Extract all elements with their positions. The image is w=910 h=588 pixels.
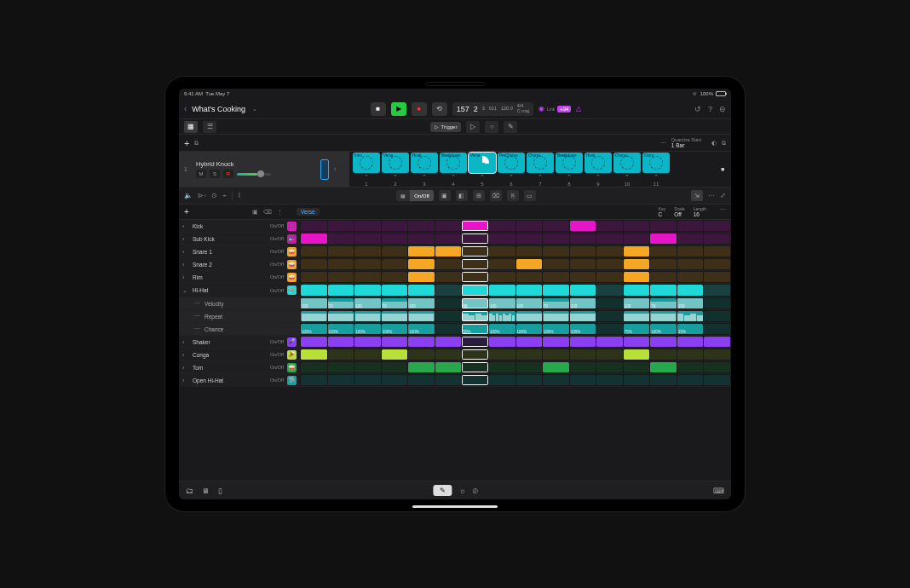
step-cell[interactable] — [462, 311, 488, 321]
row-instrument-icon[interactable]: 🎤 — [287, 337, 297, 347]
step-cell[interactable]: 70 — [382, 298, 408, 308]
step-cell[interactable] — [570, 246, 596, 257]
step-cell[interactable] — [382, 272, 408, 282]
row-instrument-icon[interactable]: 🛸 — [287, 285, 297, 295]
step-cell[interactable] — [408, 311, 435, 321]
keyboard-icon[interactable]: ⌨ — [713, 487, 724, 495]
step-cell[interactable] — [570, 221, 596, 231]
step-cell[interactable] — [704, 221, 730, 231]
back-button[interactable]: ‹ — [184, 104, 187, 113]
step-cell[interactable] — [570, 337, 596, 347]
automation-icon[interactable]: ⌇ — [238, 192, 241, 199]
tool-3[interactable]: ⊞ — [473, 190, 485, 201]
step-cell[interactable]: 100 — [677, 298, 704, 308]
brush-icon[interactable]: ⌁ — [222, 192, 227, 199]
step-cell[interactable] — [624, 272, 650, 282]
row-disclosure-icon[interactable]: ⌄ — [182, 287, 189, 294]
row-disclosure-icon[interactable]: › — [182, 236, 189, 242]
step-cell[interactable] — [489, 285, 515, 296]
step-cell[interactable] — [677, 285, 704, 296]
region-icon[interactable]: ▣ — [252, 209, 258, 216]
step-cell[interactable] — [408, 362, 435, 372]
step-cell[interactable] — [301, 233, 327, 244]
step-cell[interactable] — [516, 349, 543, 360]
step-cell[interactable] — [328, 246, 354, 257]
step-cell[interactable] — [624, 337, 650, 347]
scene-cell[interactable]: Hook⌃9 — [585, 153, 612, 187]
step-cell[interactable] — [301, 259, 327, 269]
step-cell[interactable] — [624, 285, 650, 296]
tool-2[interactable]: ◧ — [456, 190, 468, 201]
row-header[interactable]: ›Snare 1On/Off🥁 — [179, 245, 300, 257]
row-onoff[interactable]: On/Off — [270, 249, 284, 254]
step-cell[interactable] — [354, 285, 381, 296]
step-cell[interactable] — [382, 375, 408, 385]
step-cell[interactable] — [570, 272, 596, 282]
step-cell[interactable] — [328, 311, 354, 321]
step-cell[interactable] — [408, 221, 435, 231]
step-cell[interactable] — [650, 233, 677, 244]
step-cell[interactable]: 88 — [462, 298, 488, 308]
step-cell[interactable] — [462, 221, 488, 231]
step-cell[interactable]: 100% — [650, 324, 677, 334]
row-header[interactable]: ›CongaOn/Off🪘 — [179, 349, 300, 360]
step-cell[interactable] — [704, 259, 730, 269]
step-cell[interactable] — [543, 285, 569, 296]
trigger-mode-button[interactable]: ▷ Trigger — [430, 122, 462, 132]
step-cell[interactable] — [301, 375, 327, 385]
step-cell[interactable] — [435, 337, 462, 347]
step-cell[interactable] — [650, 362, 677, 372]
step-cell[interactable] — [382, 233, 408, 244]
step-cell[interactable] — [354, 362, 381, 372]
row-header[interactable]: ⋯Repeat — [179, 310, 300, 322]
step-cell[interactable] — [408, 337, 435, 347]
step-cell[interactable] — [301, 221, 327, 231]
row-onoff[interactable]: On/Off — [270, 352, 284, 357]
step-cell[interactable] — [328, 349, 354, 360]
step-cell[interactable]: 100% — [408, 324, 435, 334]
tool-5[interactable]: ⎘ — [507, 190, 519, 201]
step-cell[interactable]: 70 — [328, 298, 354, 308]
step-cell[interactable] — [704, 337, 730, 347]
step-cell[interactable] — [677, 233, 704, 244]
step-cell[interactable] — [382, 311, 408, 321]
scene-cell[interactable]: Verse⌃5 — [469, 153, 496, 187]
step-cell[interactable] — [596, 259, 623, 269]
seg-onoff[interactable]: On/Off — [410, 190, 434, 201]
step-cell[interactable] — [704, 362, 730, 372]
step-cell[interactable] — [489, 246, 515, 257]
play-button[interactable]: ▶ — [391, 102, 406, 116]
step-cell[interactable]: 100% — [382, 324, 408, 334]
pattern-more-icon[interactable]: ⋯ — [720, 206, 726, 217]
snap-button[interactable]: ⇲ — [691, 190, 703, 201]
row-onoff[interactable]: On/Off — [270, 223, 284, 228]
link-icon[interactable]: ◉ — [539, 105, 544, 112]
row-disclosure-icon[interactable]: › — [182, 378, 189, 383]
onoff-segment[interactable]: ▦ On/Off — [396, 190, 434, 201]
record-button[interactable]: ● — [412, 102, 427, 116]
step-cell[interactable] — [354, 259, 381, 269]
brightness-icon[interactable]: ☼ — [458, 487, 465, 495]
step-cell[interactable]: 100% — [354, 324, 381, 334]
step-cell[interactable] — [435, 259, 462, 269]
step-cell[interactable]: 100 — [570, 298, 596, 308]
project-title[interactable]: What's Cooking — [192, 105, 245, 113]
step-cell[interactable] — [516, 272, 543, 282]
step-cell[interactable] — [516, 285, 543, 296]
row-disclosure-icon[interactable]: › — [182, 339, 189, 345]
step-cell[interactable] — [704, 272, 730, 282]
pencil-tool-button[interactable]: ✎ — [433, 485, 452, 496]
step-cell[interactable] — [650, 246, 677, 257]
row-instrument-icon[interactable]: 🪘 — [287, 350, 297, 360]
step-cell[interactable] — [596, 362, 623, 372]
add-track-button[interactable]: + — [184, 138, 189, 148]
step-cell[interactable] — [301, 285, 327, 296]
metronome-icon[interactable]: △ — [576, 105, 581, 112]
step-cell[interactable] — [543, 311, 569, 321]
step-cell[interactable] — [489, 375, 515, 385]
step-cell[interactable] — [677, 349, 704, 360]
step-cell[interactable]: 100% — [516, 324, 543, 334]
step-cell[interactable] — [570, 285, 596, 296]
step-cell[interactable] — [543, 337, 569, 347]
step-cell[interactable] — [543, 349, 569, 360]
